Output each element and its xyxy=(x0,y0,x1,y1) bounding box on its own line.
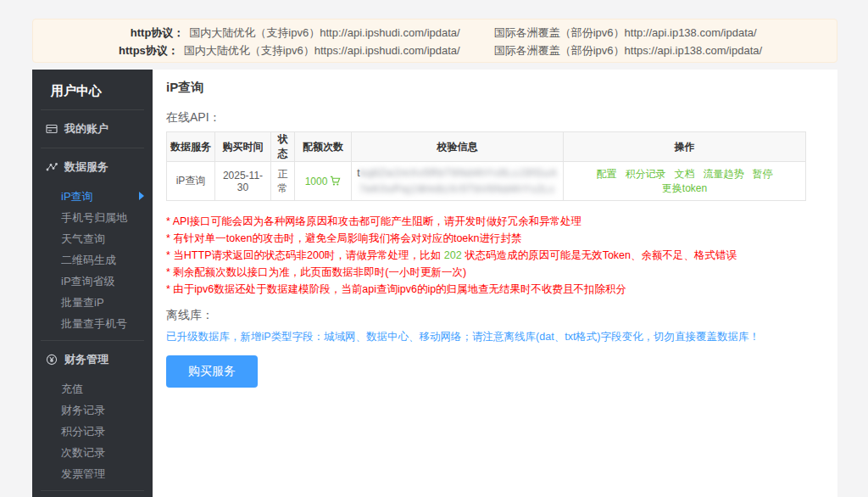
quota-value: 1000 xyxy=(305,176,328,187)
cell-operations: 配置积分记录文档流量趋势暂停更换token xyxy=(564,162,806,201)
content-shell: 用户中心 我的账户 数据服务 iP查询 手机号归属地 天气查询 二维码生成 xyxy=(32,70,837,497)
sidebar-item-finance-records[interactable]: 财务记录 xyxy=(32,399,153,421)
sidebar-item-ip-query-province[interactable]: iP查询省级 xyxy=(32,271,153,292)
warning-text: 状态码造成的原因可能是无效Token、余额不足、格式错误 xyxy=(462,249,737,261)
main-panel: iP查询 在线API： 数据服务 购买时间 状态 配额次数 校验信息 操作 iP xyxy=(153,70,837,497)
https-domestic-url: 国内大陆优化（支持ipv6）https://api.ipshudi.com/ip… xyxy=(184,42,460,59)
sidebar-item-batch-phone[interactable]: 批量查手机号 xyxy=(32,313,153,334)
points-record-link[interactable]: 积分记录 xyxy=(626,168,666,180)
sidebar-item-usage-records[interactable]: 次数记录 xyxy=(32,442,153,463)
finance-submenu: 充值 财务记录 积分记录 次数记录 发票管理 xyxy=(32,378,153,490)
buy-service-button[interactable]: 购买服务 xyxy=(166,355,258,388)
online-api-label: 在线API： xyxy=(166,110,824,125)
offline-db-notice: 已升级数据库，新增iP类型字段：城域网、数据中心、移动网络；请注意离线库(dat… xyxy=(166,330,824,344)
offline-db-label: 离线库： xyxy=(166,308,824,322)
pause-link[interactable]: 暂停 xyxy=(753,168,773,180)
protocol-banner: http协议： 国内大陆优化（支持ipv6）http://api.ipshudi… xyxy=(32,19,837,63)
data-nodes-icon xyxy=(46,161,58,173)
sidebar-group-label: 财务管理 xyxy=(64,352,108,367)
table-row: iP查询 2025-11-30 正常 1000 tkq8Zw2mXv5RbT6N… xyxy=(167,162,806,201)
sidebar-item-data-services[interactable]: 数据服务 xyxy=(32,148,153,186)
sidebar-item-my-account[interactable]: 我的账户 xyxy=(32,110,153,148)
sidebar-item-weather-query[interactable]: 天气查询 xyxy=(32,228,153,249)
https-international-url: 国际各洲覆盖（部份ipv6）https://api.ip138.com/ipda… xyxy=(494,42,762,59)
warning-line: * 剩余配额次数以接口为准，此页面数据非即时(一小时更新一次) xyxy=(166,264,824,281)
sidebar-item-label: iP查询 xyxy=(61,190,93,203)
banner-row-http: http协议： 国内大陆优化（支持ipv6）http://api.ipshudi… xyxy=(33,24,837,42)
status-code-202: 202 xyxy=(444,249,462,261)
http-domestic-url: 国内大陆优化（支持ipv6）http://api.ipshudi.com/ipd… xyxy=(189,24,459,42)
sidebar-item-finance[interactable]: 财务管理 xyxy=(32,341,153,378)
cell-purchase-time: 2025-11-30 xyxy=(215,162,271,201)
warning-text: * 当HTTP请求返回的状态码非200时，请做异常处理，比如 xyxy=(166,249,444,261)
page-title: iP查询 xyxy=(166,80,824,95)
banner-row-https: https协议： 国内大陆优化（支持ipv6）https://api.ipshu… xyxy=(33,42,837,59)
sidebar-group-label: 我的账户 xyxy=(64,121,108,137)
docs-link[interactable]: 文档 xyxy=(675,168,695,180)
warning-line: * 有针对单一token的攻击时，避免全局影响我们将会对对应的toekn进行封禁 xyxy=(166,230,824,247)
table-header-row: 数据服务 购买时间 状态 配额次数 校验信息 操作 xyxy=(167,132,806,162)
sidebar-item-ip-query[interactable]: iP查询 xyxy=(32,186,153,207)
sidebar: 用户中心 我的账户 数据服务 iP查询 手机号归属地 天气查询 二维码生成 xyxy=(32,70,153,497)
sidebar-item-points-records[interactable]: 积分记录 xyxy=(32,421,153,442)
sidebar-group-label: 数据服务 xyxy=(64,159,108,175)
warning-line: * 当HTTP请求返回的状态码非200时，请做异常处理，比如 202 状态码造成… xyxy=(166,247,824,264)
cart-icon[interactable] xyxy=(330,176,341,187)
col-header-status: 状态 xyxy=(271,132,295,162)
sidebar-item-batch-ip[interactable]: 批量查iP xyxy=(32,292,153,313)
arrow-right-icon xyxy=(139,192,144,200)
change-token-link[interactable]: 更换token xyxy=(662,182,707,194)
col-header-purchase-time: 购买时间 xyxy=(215,132,271,162)
coin-icon xyxy=(46,354,58,366)
api-warnings: * API接口可能会因为各种网络原因和攻击都可能产生阻断，请开发时做好冗余和异常… xyxy=(166,213,824,298)
sidebar-item-invoice-management[interactable]: 发票管理 xyxy=(32,463,153,484)
col-header-quota: 配额次数 xyxy=(295,132,352,162)
sidebar-item-recharge[interactable]: 充值 xyxy=(32,378,153,399)
warning-line: * API接口可能会因为各种网络原因和攻击都可能产生阻断，请开发时做好冗余和异常… xyxy=(166,213,824,230)
cell-check-info: tkq8Zw2mXv5RbT6Nd4hYs9LcJ3fGuA7eK0oPiq1W… xyxy=(352,162,564,201)
data-services-submenu: iP查询 手机号归属地 天气查询 二维码生成 iP查询省级 批量查iP 批量查手… xyxy=(32,186,153,340)
traffic-trend-link[interactable]: 流量趋势 xyxy=(704,168,744,180)
warning-line: * 由于ipv6数据还处于数据建模阶段，当前api查询ipv6的ip的归属地查无… xyxy=(166,281,824,298)
cell-status: 正常 xyxy=(271,162,295,201)
https-protocol-label: https协议： xyxy=(108,42,179,59)
card-icon xyxy=(46,123,58,135)
http-international-url: 国际各洲覆盖（部份ipv6）http://api.ip138.com/ipdat… xyxy=(494,24,757,42)
col-header-service: 数据服务 xyxy=(167,132,215,162)
http-protocol-label: http协议： xyxy=(113,24,184,42)
sidebar-title: 用户中心 xyxy=(32,70,153,109)
col-header-operations: 操作 xyxy=(564,132,806,162)
sidebar-item-phone-location[interactable]: 手机号归属地 xyxy=(32,207,153,228)
masked-token: kq8Zw2mXv5RbT6Nd4hYs9LcJ3fGuA7eK0oPiq1Wm… xyxy=(359,167,558,195)
cell-service: iP查询 xyxy=(167,162,215,201)
cell-quota: 1000 xyxy=(295,162,352,201)
col-header-check-info: 校验信息 xyxy=(352,132,564,162)
sidebar-item-personal-center[interactable]: 个人中心 xyxy=(32,491,153,497)
configure-link[interactable]: 配置 xyxy=(597,168,617,180)
api-table: 数据服务 购买时间 状态 配额次数 校验信息 操作 iP查询 2025-11-3… xyxy=(166,131,806,201)
sidebar-item-qrcode-generate[interactable]: 二维码生成 xyxy=(32,249,153,271)
